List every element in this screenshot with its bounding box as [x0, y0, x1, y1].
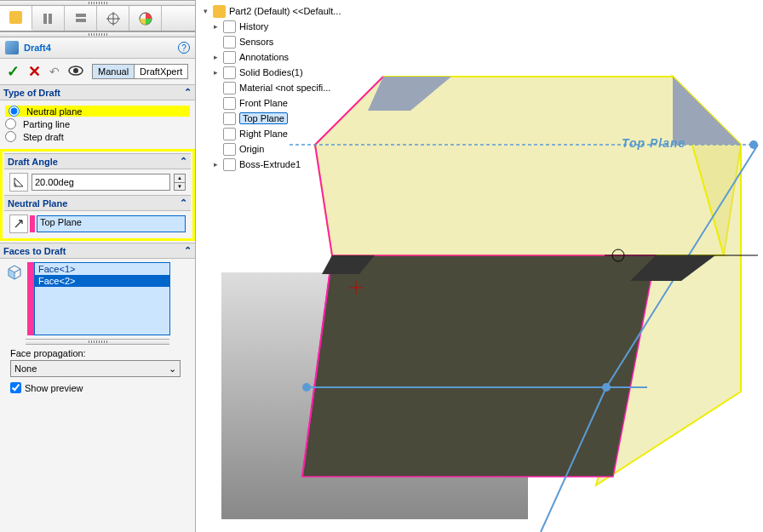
tree-root[interactable]: ▾Part2 (Default) <<Default...: [201, 3, 341, 19]
tree-sensors[interactable]: Sensors: [211, 34, 341, 49]
tree-origin[interactable]: Origin: [211, 141, 341, 157]
svg-marker-13: [302, 255, 656, 477]
plane-icon: [223, 112, 236, 125]
tree-boss-extrude[interactable]: ▸Boss-Extrude1: [211, 157, 341, 172]
tab-display[interactable]: [65, 6, 97, 31]
faces-body: Face<1> Face<2>: [0, 259, 195, 339]
propagation-label: Face propagation:: [10, 348, 185, 358]
cancel-icon[interactable]: ✕: [28, 62, 41, 81]
ok-icon[interactable]: ✓: [7, 62, 20, 81]
face-select-icon[interactable]: [5, 262, 24, 281]
faces-listbox[interactable]: Face<1> Face<2>: [34, 262, 170, 335]
radio-step-label: Step draft: [23, 132, 64, 142]
feature-tree: ▾Part2 (Default) <<Default... ▸History S…: [201, 3, 341, 172]
show-preview-label: Show preview: [25, 383, 83, 393]
list-resize[interactable]: [26, 339, 169, 345]
svg-rect-0: [43, 14, 47, 24]
material-icon: [223, 82, 236, 94]
tab-configs[interactable]: [32, 6, 65, 31]
neutral-plane-selection[interactable]: Top Plane: [37, 215, 186, 232]
flip-direction-icon[interactable]: [9, 215, 28, 233]
extrude-icon: [223, 158, 236, 171]
tree-front-plane[interactable]: Front Plane: [211, 95, 341, 111]
svg-rect-1: [49, 14, 52, 24]
tab-dimxpert[interactable]: [97, 6, 129, 31]
svg-rect-2: [76, 14, 86, 17]
neutral-input-row: Top Plane: [9, 215, 186, 233]
propagation-value: None: [14, 363, 37, 374]
radio-neutral-plane-row: Neutral plane: [5, 106, 190, 117]
feature-title: Draft4: [24, 43, 51, 53]
radio-parting-row: Parting line: [5, 118, 190, 129]
radio-parting-label: Parting line: [23, 119, 70, 129]
face-type-bar: [27, 262, 34, 335]
neutral-header-label: Neutral Plane: [8, 198, 67, 209]
panel-resize-mid[interactable]: [0, 31, 195, 37]
angle-spinner[interactable]: ▲▼: [174, 174, 186, 191]
draft-feature-icon: [5, 41, 19, 54]
radio-parting-line[interactable]: [5, 118, 16, 129]
neutral-header[interactable]: Neutral Plane ⌃: [4, 195, 191, 211]
origin-icon: [223, 143, 236, 156]
type-header[interactable]: Type of Draft ⌃: [0, 84, 195, 100]
radio-step-draft[interactable]: [5, 131, 16, 142]
plane-icon: [223, 97, 236, 110]
show-preview-row: Show preview: [10, 382, 185, 393]
face-item-1[interactable]: Face<1>: [35, 263, 169, 275]
graphics-viewport[interactable]: Top Plane ▾Part2 (Default) <<Default... …: [196, 0, 763, 532]
chevron-up-icon: ⌃: [180, 197, 187, 209]
chevron-down-icon: ⌄: [169, 363, 176, 375]
viewport-top-plane-label: Top Plane: [622, 136, 686, 150]
svg-rect-3: [76, 19, 86, 22]
type-header-label: Type of Draft: [3, 88, 60, 98]
tab-appearance[interactable]: [129, 6, 162, 31]
part-icon: [9, 11, 22, 24]
faces-header-label: Faces to Draft: [3, 246, 66, 256]
type-body: Neutral plane Parting line Step draft: [0, 100, 195, 147]
selection-type-bar: [30, 215, 35, 232]
annotations-icon: [223, 51, 236, 64]
show-preview-checkbox[interactable]: [10, 382, 21, 393]
chevron-up-icon: ⌃: [180, 156, 187, 167]
tree-right-plane[interactable]: Right Plane: [211, 126, 341, 141]
mode-manual-tab[interactable]: Manual: [93, 65, 135, 78]
propagation-select[interactable]: None ⌄: [10, 360, 181, 377]
sensors-icon: [223, 36, 236, 49]
mode-expert-tab[interactable]: DraftXpert: [135, 65, 187, 78]
tree-top-plane[interactable]: Top Plane: [211, 111, 341, 126]
angle-icon[interactable]: [9, 173, 28, 192]
tree-solid-bodies[interactable]: ▸Solid Bodies(1): [211, 65, 341, 80]
svg-point-9: [73, 68, 78, 73]
chevron-up-icon: ⌃: [184, 245, 192, 256]
plane-icon: [223, 128, 236, 140]
radio-step-row: Step draft: [5, 131, 190, 142]
mode-tabs: Manual DraftXpert: [92, 64, 188, 79]
feature-header: Draft4 ?: [0, 37, 195, 59]
radio-neutral-plane[interactable]: [9, 106, 20, 117]
angle-input[interactable]: [32, 174, 170, 191]
svg-point-17: [302, 383, 311, 392]
highlighted-group: Draft Angle ⌃ ▲▼ Neutral Plane ⌃ Top Pla…: [0, 149, 195, 241]
angle-header[interactable]: Draft Angle ⌃: [4, 153, 191, 169]
tree-annotations[interactable]: ▸Annotations: [211, 49, 341, 65]
preview-eye-icon[interactable]: [68, 66, 83, 77]
faces-header[interactable]: Faces to Draft ⌃: [0, 243, 195, 259]
tree-history[interactable]: ▸History: [211, 19, 341, 34]
history-icon: [223, 20, 236, 33]
action-row: ✓ ✕ ↶ Manual DraftXpert: [0, 59, 195, 84]
tree-material[interactable]: Material <not specifi...: [211, 80, 341, 95]
chevron-up-icon: ⌃: [184, 87, 192, 98]
angle-input-row: ▲▼: [9, 173, 186, 192]
tab-features[interactable]: [0, 6, 32, 31]
part-icon: [213, 5, 226, 18]
radio-neutral-plane-label: Neutral plane: [26, 106, 82, 117]
panel-resize-top[interactable]: [0, 0, 195, 6]
help-icon[interactable]: ?: [178, 42, 190, 54]
angle-header-label: Draft Angle: [8, 157, 58, 167]
solid-bodies-icon: [223, 66, 236, 79]
panel-tabs: [0, 6, 195, 31]
face-item-2[interactable]: Face<2>: [35, 275, 169, 287]
svg-marker-26: [673, 77, 741, 145]
undo-icon[interactable]: ↶: [49, 65, 60, 78]
